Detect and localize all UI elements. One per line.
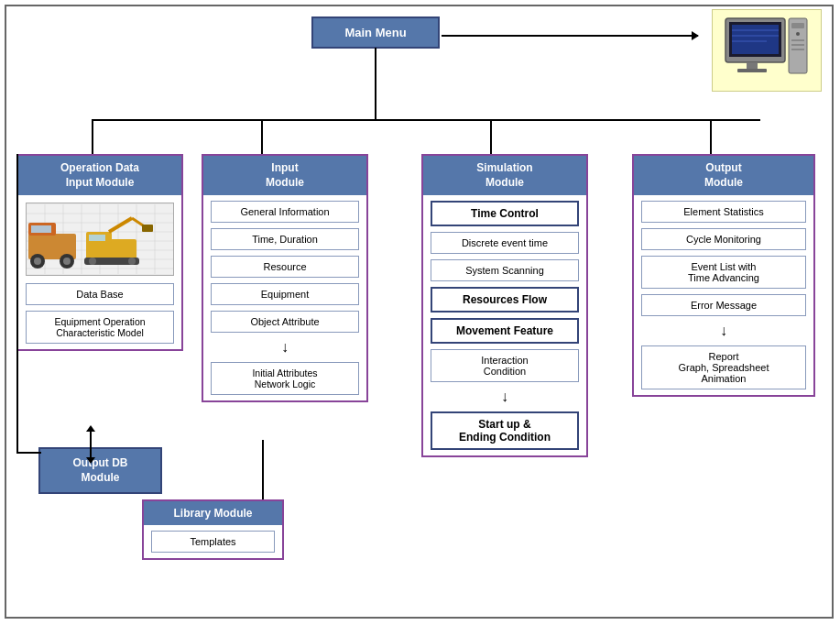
computer-icon (712, 9, 822, 92)
report-label: ReportGraph, SpreadsheetAnimation (678, 351, 769, 384)
simulation-module-header: SimulationModule (423, 156, 586, 195)
arrow-main-computer (442, 35, 698, 37)
object-attribute-label: Object Attribute (250, 316, 319, 327)
svg-point-44 (128, 258, 136, 265)
svg-rect-7 (737, 69, 767, 72)
line-down-main (375, 48, 376, 121)
output-down-arrow: ↓ (634, 322, 813, 340)
input-module-header-label: InputModule (266, 161, 304, 189)
main-menu-box[interactable]: Main Menu (311, 16, 440, 49)
cycle-monitoring-item: Cycle Monitoring (641, 228, 806, 250)
resources-flow-label: Resources Flow (463, 293, 547, 306)
line-drop-4 (710, 119, 712, 156)
report-item: ReportGraph, SpreadsheetAnimation (641, 345, 806, 389)
general-info-label: General Information (240, 206, 329, 217)
line-drop-3 (490, 119, 492, 156)
database-item: Data Base (26, 283, 174, 305)
line-horiz-main (92, 119, 760, 121)
initial-attr-item: Initial AttributesNetwork Logic (211, 362, 359, 395)
output-module-header-label: OutputModule (704, 161, 743, 189)
equipment-image (26, 203, 174, 276)
line-drop-1 (92, 119, 93, 156)
svg-rect-13 (791, 49, 804, 50)
double-arrow-op-db (90, 431, 92, 458)
svg-rect-11 (791, 39, 804, 41)
left-vert-line (16, 154, 18, 453)
svg-rect-38 (89, 235, 105, 241)
equipment-model-item: Equipment OperationCharacteristic Model (26, 311, 174, 344)
resource-item: Resource (211, 256, 359, 278)
movement-feature-item: Movement Feature (431, 318, 579, 344)
svg-rect-12 (791, 44, 804, 46)
event-list-label: Event List withTime Advancing (688, 261, 759, 283)
sim-down-arrow: ↓ (423, 388, 586, 406)
library-module-header-label: Library Module (173, 507, 252, 520)
error-message-item: Error Message (641, 294, 806, 316)
output-db-module: Output DBModule (38, 447, 162, 494)
time-control-item: Time Control (431, 201, 579, 226)
templates-label: Templates (190, 536, 235, 547)
input-module: InputModule General Information Time, Du… (202, 154, 368, 402)
element-stats-label: Element Statistics (683, 206, 763, 217)
diagram-container: Main Menu (0, 0, 840, 625)
operation-module-header-label: Operation DataInput Module (60, 161, 139, 189)
discrete-event-label: Discrete event time (462, 237, 548, 248)
main-menu-label: Main Menu (344, 26, 406, 39)
database-label: Data Base (76, 289, 123, 300)
equipment-model-label: Equipment OperationCharacteristic Model (54, 316, 145, 338)
element-stats-item: Element Statistics (641, 201, 806, 223)
event-list-item: Event List withTime Advancing (641, 256, 806, 289)
svg-rect-2 (732, 25, 779, 54)
time-duration-item: Time, Duration (211, 228, 359, 250)
general-info-item: General Information (211, 201, 359, 223)
svg-rect-31 (31, 225, 51, 233)
error-message-label: Error Message (691, 300, 757, 311)
object-attribute-item: Object Attribute (211, 311, 359, 333)
time-duration-label: Time, Duration (252, 234, 318, 245)
initial-attr-label: Initial AttributesNetwork Logic (252, 367, 317, 389)
templates-item: Templates (151, 531, 275, 553)
cycle-monitoring-label: Cycle Monitoring (686, 234, 761, 245)
svg-point-10 (796, 32, 800, 36)
startup-ending-label: Start up &Ending Condition (459, 418, 551, 444)
operation-module-header: Operation DataInput Module (18, 156, 181, 195)
computer-svg (721, 14, 813, 87)
bottom-horiz-line1 (16, 452, 41, 454)
resources-flow-item: Resources Flow (431, 287, 579, 312)
svg-rect-9 (791, 23, 804, 28)
startup-ending-item: Start up &Ending Condition (431, 411, 579, 450)
equipment-label: Equipment (261, 289, 310, 300)
system-scanning-label: System Scanning (465, 265, 544, 276)
interaction-condition-label: InteractionCondition (481, 355, 528, 377)
svg-rect-41 (142, 225, 153, 232)
input-down-arrow: ↓ (203, 338, 366, 356)
operation-module: Operation DataInput Module (16, 154, 183, 351)
equipment-item: Equipment (211, 283, 359, 305)
output-module-header: OutputModule (634, 156, 813, 195)
input-module-header: InputModule (203, 156, 366, 195)
svg-rect-6 (747, 62, 758, 70)
system-scanning-item: System Scanning (431, 259, 579, 281)
library-module-header: Library Module (144, 501, 282, 525)
output-db-label: Output DBModule (73, 456, 128, 484)
line-drop-2 (261, 119, 263, 156)
simulation-module-header-label: SimulationModule (476, 161, 532, 189)
svg-point-35 (63, 258, 71, 265)
library-module: Library Module Templates (142, 499, 284, 560)
interaction-condition-item: InteractionCondition (431, 349, 579, 382)
resource-label: Resource (263, 261, 306, 272)
simulation-module: SimulationModule Time Control Discrete e… (421, 154, 588, 457)
svg-point-33 (34, 258, 41, 265)
discrete-event-item: Discrete event time (431, 232, 579, 254)
movement-feature-label: Movement Feature (456, 324, 553, 337)
time-control-label: Time Control (471, 207, 539, 220)
output-module: OutputModule Element Statistics Cycle Mo… (632, 154, 815, 397)
svg-point-43 (89, 258, 96, 265)
